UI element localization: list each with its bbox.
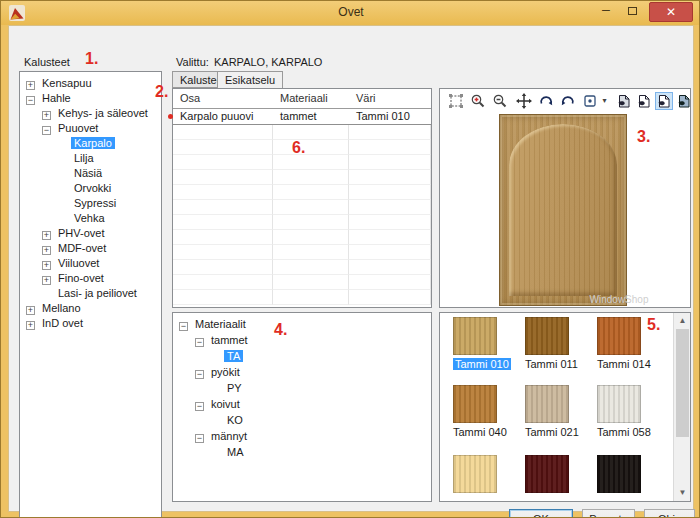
table-row-empty[interactable] [173, 245, 431, 260]
table-row-empty[interactable] [173, 275, 431, 290]
title-bar[interactable]: Ovet – ✕ [1, 1, 700, 25]
material-item-tammet[interactable]: −tammet [173, 333, 431, 349]
expand-icon[interactable]: + [42, 276, 51, 285]
column-header-v-ri[interactable]: Väri [349, 89, 431, 108]
swatch-color[interactable] [525, 385, 569, 423]
catalog-item-hahle[interactable]: −Hahle [20, 91, 161, 106]
fit-view-icon[interactable] [447, 92, 465, 110]
swatch-item-tammi-040[interactable]: Tammi 040 [453, 385, 507, 438]
tree-item-label[interactable]: Sypressi [71, 197, 119, 209]
tree-item-label[interactable]: Hahle [39, 92, 74, 104]
tree-item-label[interactable]: Orvokki [71, 182, 114, 194]
minimize-button[interactable]: – [593, 1, 619, 23]
tree-item-label[interactable]: Lilja [71, 152, 97, 164]
material-item-materiaalit[interactable]: −Materiaalit [173, 317, 431, 333]
swatch-item[interactable] [453, 455, 507, 496]
expand-icon[interactable]: + [26, 81, 35, 90]
tree-item-label[interactable]: MDF-ovet [55, 242, 109, 254]
column-header-materiaali[interactable]: Materiaali [273, 89, 349, 108]
catalog-item-karpalo[interactable]: Karpalo [20, 136, 161, 151]
expand-icon[interactable]: + [26, 306, 35, 315]
tree-item-label[interactable]: Vehka [71, 212, 108, 224]
ok-button[interactable]: OK [509, 509, 573, 518]
snap-target-icon[interactable] [581, 92, 599, 110]
material-item-m-nnyt[interactable]: −männyt [173, 429, 431, 445]
table-row-empty[interactable] [173, 125, 431, 140]
tree-item-label[interactable]: Puuovet [55, 122, 101, 134]
swatch-item[interactable] [525, 455, 579, 496]
swatch-item-tammi-058[interactable]: Tammi 058 [597, 385, 651, 438]
catalog-item-mdf-ovet[interactable]: +MDF-ovet [20, 241, 161, 256]
tree-item-label[interactable]: Kensapuu [39, 77, 95, 89]
expand-icon[interactable]: + [42, 111, 51, 120]
tree-item-label[interactable]: MA [224, 446, 247, 458]
table-row-empty[interactable] [173, 290, 431, 305]
help-button[interactable]: Ohje [644, 509, 695, 518]
tree-item-label[interactable]: Materiaalit [192, 318, 249, 330]
table-row-empty[interactable] [173, 215, 431, 230]
tree-item-label[interactable]: Karpalo [71, 137, 115, 149]
tree-item-label[interactable]: Lasi- ja peiliovet [55, 287, 140, 299]
scrollbar-thumb[interactable] [676, 329, 689, 437]
collapse-icon[interactable]: − [195, 370, 204, 379]
collapse-icon[interactable]: − [195, 434, 204, 443]
expand-icon[interactable]: + [42, 231, 51, 240]
collapse-icon[interactable]: − [195, 402, 204, 411]
render-mode-4-icon[interactable] [675, 92, 691, 110]
tree-item-label[interactable]: tammet [208, 334, 251, 346]
close-button[interactable]: ✕ [649, 2, 693, 22]
tree-item-label[interactable]: Viiluovet [55, 257, 102, 269]
catalog-item-phv-ovet[interactable]: +PHV-ovet [20, 226, 161, 241]
tree-item-label[interactable]: Näsiä [71, 167, 105, 179]
scroll-up-icon[interactable]: ▲ [674, 313, 691, 329]
swatch-color[interactable] [597, 385, 641, 423]
swatch-color[interactable] [453, 385, 497, 423]
material-item-ta[interactable]: TA [173, 349, 431, 365]
swatch-color[interactable] [453, 455, 497, 493]
swatch-color[interactable] [525, 455, 569, 493]
dropdown-arrow-icon[interactable]: ▾ [599, 92, 610, 110]
tree-item-label[interactable]: Fino-ovet [55, 272, 107, 284]
tree-item-label[interactable]: PHV-ovet [55, 227, 107, 239]
swatch-item[interactable] [597, 455, 651, 496]
tree-item-label[interactable]: Kehys- ja säleovet [55, 107, 151, 119]
table-row-empty[interactable] [173, 200, 431, 215]
table-row-empty[interactable] [173, 185, 431, 200]
material-item-ma[interactable]: MA [173, 445, 431, 461]
render-mode-2-icon[interactable] [635, 92, 653, 110]
tree-item-label[interactable]: pyökit [208, 366, 243, 378]
pan-icon[interactable] [515, 92, 533, 110]
tab-esikatselu[interactable]: Esikatselu [217, 71, 283, 89]
swatch-item-tammi-014[interactable]: Tammi 014 [597, 317, 651, 370]
catalog-item-lilja[interactable]: Lilja [20, 151, 161, 166]
tree-item-label[interactable]: männyt [208, 430, 250, 442]
swatch-color[interactable] [525, 317, 569, 355]
swatch-item-tammi-011[interactable]: Tammi 011 [525, 317, 579, 370]
collapse-icon[interactable]: − [179, 322, 188, 331]
catalog-item-n-si[interactable]: Näsiä [20, 166, 161, 181]
table-row-empty[interactable] [173, 260, 431, 275]
collapse-icon[interactable]: − [195, 338, 204, 347]
expand-icon[interactable]: + [26, 321, 35, 330]
zoom-in-icon[interactable] [469, 92, 487, 110]
scroll-down-icon[interactable]: ▼ [674, 485, 691, 501]
catalog-item-lasi-ja-peiliovet[interactable]: Lasi- ja peiliovet [20, 286, 161, 301]
maximize-button[interactable] [619, 1, 645, 23]
render-mode-1-icon[interactable] [615, 92, 633, 110]
tree-item-label[interactable]: KO [224, 414, 246, 426]
catalog-item-orvokki[interactable]: Orvokki [20, 181, 161, 196]
swatch-item-tammi-010[interactable]: Tammi 010 [453, 317, 507, 370]
catalog-item-kehys-ja-s-leovet[interactable]: +Kehys- ja säleovet [20, 106, 161, 121]
tree-item-label[interactable]: koivut [208, 398, 243, 410]
rotate-right-icon[interactable] [537, 92, 555, 110]
tree-item-label[interactable]: PY [224, 382, 245, 394]
column-header-osa[interactable]: Osa [173, 89, 273, 108]
catalog-item-vehka[interactable]: Vehka [20, 211, 161, 226]
tree-item-label[interactable]: Mellano [39, 302, 84, 314]
swatch-color[interactable] [597, 317, 641, 355]
cancel-button[interactable]: Peruuta [582, 509, 635, 518]
expand-icon[interactable]: + [42, 261, 51, 270]
tree-item-label[interactable]: InD ovet [39, 317, 86, 329]
zoom-out-icon[interactable] [491, 92, 509, 110]
tree-item-label[interactable]: TA [224, 350, 243, 362]
